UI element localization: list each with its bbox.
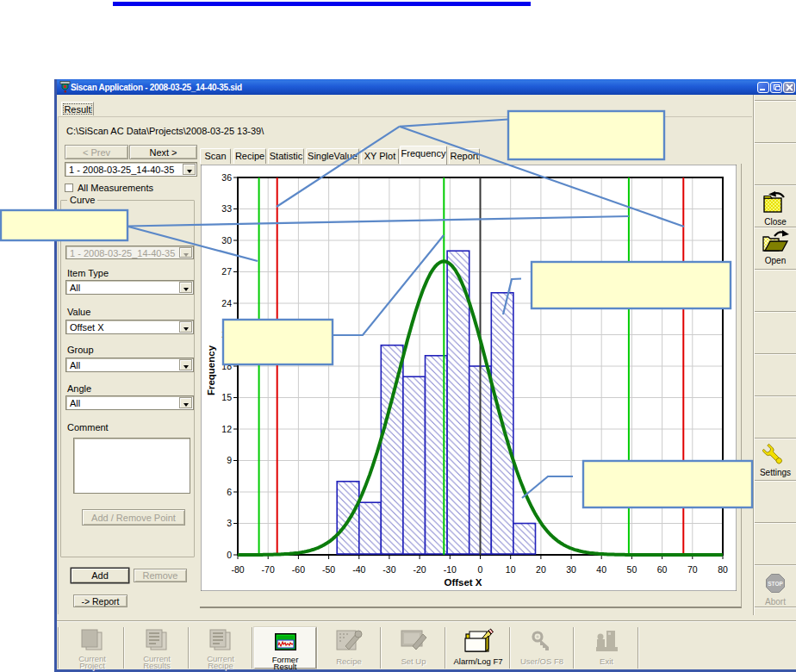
svg-text:STOP: STOP	[768, 581, 783, 587]
